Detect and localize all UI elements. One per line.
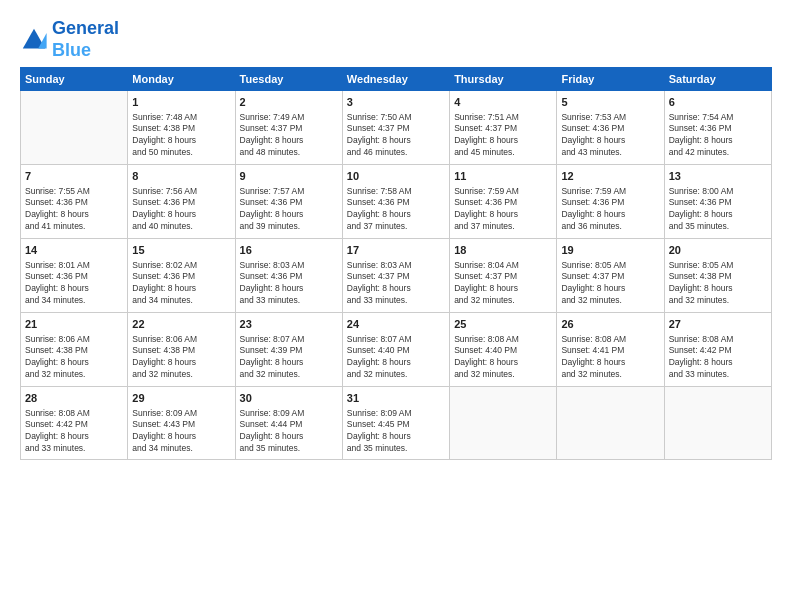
day-info-line: Sunrise: 7:51 AM	[454, 112, 552, 124]
day-number: 29	[132, 391, 230, 406]
day-info-line: Sunrise: 8:03 AM	[240, 260, 338, 272]
day-number: 9	[240, 169, 338, 184]
day-number: 6	[669, 95, 767, 110]
day-info-line: Daylight: 8 hours	[240, 283, 338, 295]
calendar-cell: 11Sunrise: 7:59 AMSunset: 4:36 PMDayligh…	[450, 165, 557, 239]
day-info-line: Sunrise: 7:55 AM	[25, 186, 123, 198]
day-info-line: Sunrise: 7:57 AM	[240, 186, 338, 198]
calendar-cell: 7Sunrise: 7:55 AMSunset: 4:36 PMDaylight…	[21, 165, 128, 239]
day-info-line: and 45 minutes.	[454, 147, 552, 159]
day-info-line: and 34 minutes.	[132, 443, 230, 455]
day-number: 30	[240, 391, 338, 406]
day-info-line: Sunrise: 7:56 AM	[132, 186, 230, 198]
day-info-line: Sunrise: 8:03 AM	[347, 260, 445, 272]
day-number: 8	[132, 169, 230, 184]
day-info-line: Sunset: 4:36 PM	[561, 197, 659, 209]
calendar-cell: 25Sunrise: 8:08 AMSunset: 4:40 PMDayligh…	[450, 313, 557, 387]
day-info-line: Sunset: 4:42 PM	[25, 419, 123, 431]
calendar-cell: 26Sunrise: 8:08 AMSunset: 4:41 PMDayligh…	[557, 313, 664, 387]
day-info-line: and 33 minutes.	[347, 295, 445, 307]
day-info-line: Sunrise: 8:06 AM	[132, 334, 230, 346]
day-number: 2	[240, 95, 338, 110]
day-info-line: Daylight: 8 hours	[132, 283, 230, 295]
day-info-line: and 33 minutes.	[25, 443, 123, 455]
day-info-line: and 48 minutes.	[240, 147, 338, 159]
day-info-line: Sunset: 4:36 PM	[132, 197, 230, 209]
day-info-line: Sunrise: 8:09 AM	[347, 408, 445, 420]
day-number: 3	[347, 95, 445, 110]
day-info-line: Sunset: 4:37 PM	[240, 123, 338, 135]
calendar-cell: 8Sunrise: 7:56 AMSunset: 4:36 PMDaylight…	[128, 165, 235, 239]
calendar-cell: 28Sunrise: 8:08 AMSunset: 4:42 PMDayligh…	[21, 387, 128, 460]
day-info-line: Daylight: 8 hours	[347, 135, 445, 147]
day-number: 10	[347, 169, 445, 184]
day-info-line: Sunrise: 7:53 AM	[561, 112, 659, 124]
day-number: 31	[347, 391, 445, 406]
calendar-cell: 19Sunrise: 8:05 AMSunset: 4:37 PMDayligh…	[557, 239, 664, 313]
calendar-cell: 6Sunrise: 7:54 AMSunset: 4:36 PMDaylight…	[664, 91, 771, 165]
day-info-line: Sunset: 4:38 PM	[132, 345, 230, 357]
day-info-line: Daylight: 8 hours	[454, 209, 552, 221]
day-info-line: Sunrise: 7:50 AM	[347, 112, 445, 124]
day-info-line: Sunrise: 8:08 AM	[669, 334, 767, 346]
day-info-line: Sunrise: 7:54 AM	[669, 112, 767, 124]
weekday-header-row: SundayMondayTuesdayWednesdayThursdayFrid…	[21, 68, 772, 91]
day-info-line: Daylight: 8 hours	[25, 283, 123, 295]
day-info-line: and 50 minutes.	[132, 147, 230, 159]
day-info-line: Sunrise: 8:05 AM	[669, 260, 767, 272]
calendar-week-5: 28Sunrise: 8:08 AMSunset: 4:42 PMDayligh…	[21, 387, 772, 460]
day-info-line: and 33 minutes.	[669, 369, 767, 381]
day-info-line: Sunset: 4:40 PM	[347, 345, 445, 357]
calendar-cell	[557, 387, 664, 460]
day-info-line: Daylight: 8 hours	[454, 283, 552, 295]
day-info-line: and 32 minutes.	[561, 295, 659, 307]
day-info-line: Sunset: 4:38 PM	[132, 123, 230, 135]
day-info-line: Sunset: 4:37 PM	[454, 271, 552, 283]
day-info-line: Sunrise: 8:02 AM	[132, 260, 230, 272]
day-info-line: Daylight: 8 hours	[454, 357, 552, 369]
day-info-line: Sunrise: 7:48 AM	[132, 112, 230, 124]
logo-text: General Blue	[52, 18, 119, 61]
day-info-line: Daylight: 8 hours	[347, 357, 445, 369]
day-info-line: and 35 minutes.	[669, 221, 767, 233]
calendar-cell: 5Sunrise: 7:53 AMSunset: 4:36 PMDaylight…	[557, 91, 664, 165]
day-info-line: and 43 minutes.	[561, 147, 659, 159]
day-info-line: Daylight: 8 hours	[454, 135, 552, 147]
day-info-line: Sunset: 4:36 PM	[25, 271, 123, 283]
day-number: 26	[561, 317, 659, 332]
day-info-line: and 32 minutes.	[454, 295, 552, 307]
calendar-cell: 23Sunrise: 8:07 AMSunset: 4:39 PMDayligh…	[235, 313, 342, 387]
day-info-line: and 33 minutes.	[240, 295, 338, 307]
day-info-line: Sunrise: 7:58 AM	[347, 186, 445, 198]
day-number: 18	[454, 243, 552, 258]
day-info-line: and 40 minutes.	[132, 221, 230, 233]
calendar-cell: 13Sunrise: 8:00 AMSunset: 4:36 PMDayligh…	[664, 165, 771, 239]
weekday-wednesday: Wednesday	[342, 68, 449, 91]
calendar-cell: 18Sunrise: 8:04 AMSunset: 4:37 PMDayligh…	[450, 239, 557, 313]
day-info-line: Daylight: 8 hours	[25, 209, 123, 221]
day-info-line: Sunset: 4:36 PM	[240, 197, 338, 209]
day-info-line: Sunset: 4:36 PM	[25, 197, 123, 209]
calendar-body: 1Sunrise: 7:48 AMSunset: 4:38 PMDaylight…	[21, 91, 772, 460]
day-info-line: Daylight: 8 hours	[347, 283, 445, 295]
day-info-line: Sunrise: 8:08 AM	[454, 334, 552, 346]
day-number: 16	[240, 243, 338, 258]
logo-icon	[20, 26, 48, 54]
calendar-cell	[664, 387, 771, 460]
day-info-line: Daylight: 8 hours	[669, 357, 767, 369]
day-info-line: Daylight: 8 hours	[561, 283, 659, 295]
day-number: 28	[25, 391, 123, 406]
day-info-line: and 32 minutes.	[25, 369, 123, 381]
day-info-line: and 32 minutes.	[561, 369, 659, 381]
day-number: 23	[240, 317, 338, 332]
calendar-cell: 12Sunrise: 7:59 AMSunset: 4:36 PMDayligh…	[557, 165, 664, 239]
calendar-header: SundayMondayTuesdayWednesdayThursdayFrid…	[21, 68, 772, 91]
day-number: 19	[561, 243, 659, 258]
day-info-line: and 37 minutes.	[347, 221, 445, 233]
day-info-line: Sunset: 4:42 PM	[669, 345, 767, 357]
weekday-monday: Monday	[128, 68, 235, 91]
day-info-line: Daylight: 8 hours	[347, 209, 445, 221]
day-info-line: Sunrise: 8:05 AM	[561, 260, 659, 272]
calendar-page: General Blue SundayMondayTuesdayWednesda…	[0, 0, 792, 612]
day-info-line: Sunset: 4:41 PM	[561, 345, 659, 357]
